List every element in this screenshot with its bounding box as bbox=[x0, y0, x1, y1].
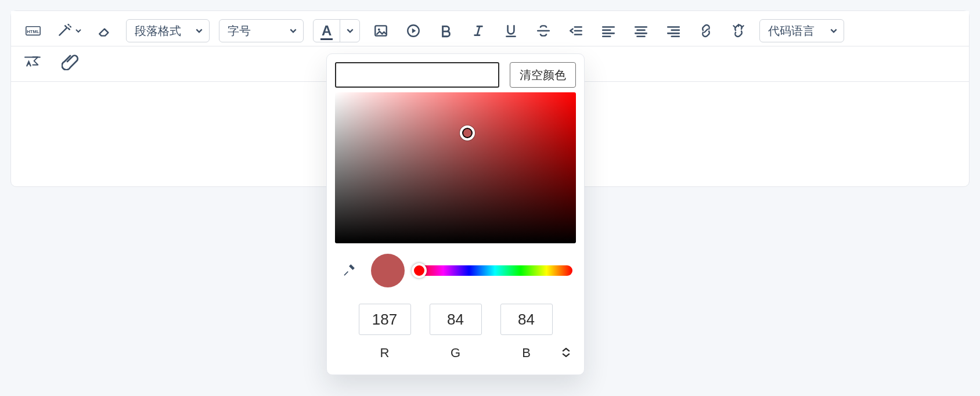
strikethrough-button[interactable] bbox=[532, 19, 555, 42]
italic-icon bbox=[471, 23, 486, 38]
chevron-down-icon bbox=[824, 27, 844, 35]
insert-link-button[interactable] bbox=[694, 19, 718, 42]
align-center-icon bbox=[633, 23, 648, 38]
html-source-button[interactable]: HTML bbox=[21, 19, 45, 42]
font-color-button[interactable]: A bbox=[314, 20, 340, 42]
insert-formula-button[interactable] bbox=[21, 50, 45, 73]
toolbar-row-1: HTML 段落格式 字号 bbox=[11, 11, 969, 46]
font-size-select[interactable]: 字号 bbox=[219, 19, 304, 42]
svg-text:HTML: HTML bbox=[27, 29, 39, 34]
chevron-up-icon bbox=[562, 348, 570, 352]
html-icon: HTML bbox=[26, 23, 41, 38]
chevron-down-icon bbox=[346, 27, 354, 35]
outdent-icon bbox=[568, 23, 583, 38]
chevron-down-icon bbox=[75, 27, 82, 34]
clear-color-button[interactable]: 清空颜色 bbox=[510, 62, 576, 88]
rgb-g-label: G bbox=[451, 345, 460, 361]
font-color-dropdown-toggle[interactable] bbox=[340, 20, 359, 42]
insert-image-button[interactable] bbox=[369, 19, 392, 42]
eyedropper-button[interactable] bbox=[338, 261, 358, 280]
font-color-split-button[interactable]: A bbox=[313, 19, 360, 42]
current-color-swatch bbox=[371, 254, 405, 287]
font-color-a-icon: A bbox=[322, 24, 332, 38]
saturation-value-area[interactable] bbox=[335, 92, 576, 243]
bold-icon bbox=[438, 23, 453, 38]
clear-format-button[interactable] bbox=[93, 19, 117, 42]
rgb-g-input[interactable] bbox=[430, 304, 482, 335]
rgb-b-input[interactable] bbox=[500, 304, 553, 335]
unlink-icon bbox=[731, 23, 746, 38]
align-center-button[interactable] bbox=[629, 19, 653, 42]
code-language-select[interactable]: 代码语言 bbox=[759, 19, 844, 42]
rgb-b-label: B bbox=[522, 345, 531, 361]
magic-format-button[interactable] bbox=[54, 19, 84, 42]
align-right-button[interactable] bbox=[662, 19, 685, 42]
eraser-icon bbox=[98, 23, 113, 38]
chevron-down-icon bbox=[189, 27, 209, 35]
code-language-label: 代码语言 bbox=[768, 23, 822, 39]
attachment-button[interactable] bbox=[59, 50, 82, 73]
rgb-g-field: G bbox=[430, 304, 482, 361]
svg-point-3 bbox=[378, 28, 380, 31]
sv-thumb[interactable] bbox=[460, 125, 475, 141]
play-circle-icon bbox=[406, 23, 421, 38]
remove-link-button[interactable] bbox=[727, 19, 750, 42]
formula-icon bbox=[24, 53, 42, 70]
link-icon bbox=[698, 23, 714, 38]
paragraph-format-label: 段落格式 bbox=[135, 23, 187, 39]
chevron-down-icon bbox=[283, 27, 303, 35]
eyedropper-icon bbox=[341, 263, 356, 278]
color-hex-input[interactable] bbox=[335, 62, 499, 88]
color-mode-toggle[interactable] bbox=[562, 344, 574, 361]
underline-button[interactable] bbox=[499, 19, 523, 42]
rgb-r-input[interactable] bbox=[359, 304, 411, 335]
paragraph-format-select[interactable]: 段落格式 bbox=[126, 19, 210, 42]
chevron-down-icon bbox=[562, 353, 570, 357]
underline-icon bbox=[503, 23, 518, 38]
paperclip-icon bbox=[62, 53, 79, 70]
insert-video-button[interactable] bbox=[402, 19, 425, 42]
outdent-button[interactable] bbox=[564, 19, 588, 42]
align-left-button[interactable] bbox=[597, 19, 620, 42]
hue-thumb[interactable] bbox=[412, 263, 427, 278]
magic-wand-icon bbox=[56, 23, 71, 38]
color-picker-popover: 清空颜色 R G B bbox=[326, 53, 585, 375]
rgb-r-field: R bbox=[359, 304, 411, 361]
italic-button[interactable] bbox=[467, 19, 490, 42]
hue-slider[interactable] bbox=[417, 265, 572, 276]
font-size-label: 字号 bbox=[228, 23, 281, 39]
align-left-icon bbox=[601, 23, 616, 38]
rgb-b-field: B bbox=[500, 304, 553, 361]
rgb-r-label: R bbox=[380, 345, 390, 361]
bold-button[interactable] bbox=[434, 19, 457, 42]
strikethrough-icon bbox=[536, 23, 551, 38]
align-right-icon bbox=[666, 23, 681, 38]
image-icon bbox=[373, 23, 388, 38]
